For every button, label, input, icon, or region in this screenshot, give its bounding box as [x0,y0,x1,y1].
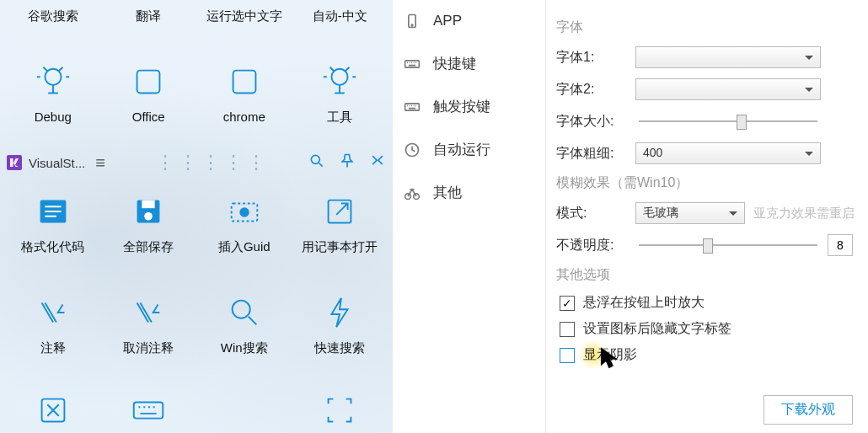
label: Office [132,110,165,124]
bike-icon [403,184,421,202]
svg-point-12 [232,301,249,318]
combo-mode[interactable]: 毛玻璃 [635,202,745,224]
svg-rect-1 [137,71,160,94]
external-icon [320,192,359,231]
launcher-item-comment[interactable]: 注释 [8,278,98,379]
label: APP [433,13,462,29]
label: 谷歌搜索 [28,8,78,24]
camera-icon [225,192,264,231]
launcher-item-tools[interactable]: 工具 [295,47,384,148]
launcher-item-debug[interactable]: Debug [8,47,98,148]
save-icon [129,192,168,231]
launcher-item-open-notepad[interactable]: 用记事本打开 [295,177,384,278]
pin-icon[interactable] [339,152,356,173]
sidebar-item-autorun[interactable]: 自动运行 [393,128,545,171]
launcher-item-auto-cn[interactable]: 自动-中文 [295,0,384,47]
label: 注释 [40,340,66,356]
launcher-item-win-search[interactable]: Win搜索 [200,278,289,379]
app-title: VisualSt... [29,156,85,170]
label: 自动运行 [433,140,490,159]
search-icon[interactable] [308,152,325,173]
launcher-row-1: Debug Office chrome 工具 [0,47,393,148]
label: 插入Guid [218,239,271,255]
launcher-item-google-search[interactable]: 谷歌搜索 [8,0,98,47]
section-blur-title: 模糊效果（需Win10） [556,174,868,192]
label: 翻译 [136,8,161,24]
opacity-value[interactable]: 8 [828,234,853,256]
launcher-row-2: 格式化代码 全部保存 插入Guid 用记事本打开 [0,177,393,278]
comment-icon [34,293,72,332]
launcher-item-sql[interactable]: 生成SQL脚本 [200,376,289,433]
check-hide-label[interactable]: 设置图标后隐藏文字标签 [560,320,868,338]
launcher-item-save-all[interactable]: 全部保存 [104,177,193,278]
uncomment-icon [129,293,168,332]
launcher-item-close-box[interactable] [8,376,98,433]
section-font-title: 字体 [556,19,868,36]
sidebar-item-app[interactable]: APP [393,0,545,42]
launcher-item-keyboard[interactable] [104,376,193,433]
sidebar-item-other[interactable]: 其他 [393,171,545,214]
label-font2: 字体2: [556,81,635,99]
sidebar-item-trigger[interactable]: 触发按键 [393,85,545,128]
menu-icon[interactable]: ≡ [95,153,105,173]
launcher-item-translate[interactable]: 翻译 [104,0,193,47]
checkbox-icon: ✓ [560,296,575,311]
launcher-row-3: 注释 取消注释 Win搜索 快速搜索 [0,278,393,379]
phone-icon [403,12,421,30]
square-icon [129,62,168,101]
label: 用记事本打开 [302,239,378,255]
launcher-item-office[interactable]: Office [104,47,193,148]
bulb-icon [34,62,72,101]
keyboard-icon [129,391,168,430]
label: 全部保存 [123,239,174,255]
label-font1: 字体1: [556,49,635,67]
svg-point-10 [239,207,249,217]
launcher-item-chrome[interactable]: chrome [200,47,289,148]
scan-icon [320,391,359,430]
settings-icon[interactable] [369,152,386,173]
combo-font1[interactable] [635,46,821,68]
label: 快速搜索 [314,340,365,356]
svg-point-8 [144,212,153,221]
launcher-item-format-code[interactable]: 格式化代码 [8,177,98,278]
combo-font2[interactable] [635,78,821,100]
square-icon [225,62,264,101]
slider-font-size[interactable] [635,110,821,132]
keyboard-icon [403,98,421,116]
slider-opacity[interactable] [635,234,821,256]
label-mode: 模式: [556,205,635,222]
launcher-row-4: 生成SQL脚本 [0,376,393,433]
launcher-item-run-selected[interactable]: 运行选中文字 [200,0,289,47]
label: 设置图标后隐藏文字标签 [583,320,731,338]
label: Win搜索 [221,340,268,356]
keyboard-icon [403,55,421,73]
close-box-icon [34,391,72,430]
search-icon [225,293,264,332]
sidebar-item-shortcut[interactable]: 快捷键 [393,42,545,85]
launcher-item-scan[interactable] [295,376,384,433]
check-hover-zoom[interactable]: ✓悬浮在按钮上时放大 [560,294,868,312]
svg-rect-7 [142,200,155,209]
launcher-row-0: 谷歌搜索 翻译 运行选中文字 自动-中文 [0,0,393,47]
launcher-panel: 谷歌搜索 翻译 运行选中文字 自动-中文 Debug Office chrome… [0,0,393,433]
launcher-item-quick-search[interactable]: 快速搜索 [295,278,384,379]
settings-sidebar: APP 快捷键 触发按键 自动运行 其他 [393,0,546,433]
checkbox-icon [560,322,575,337]
bulb-icon [320,62,359,101]
label: 其他 [433,183,462,202]
drag-handle-icon[interactable]: ⋮⋮⋮⋮⋮ [156,152,270,174]
label: Debug [35,110,72,124]
settings-form: 字体 字体1: 字体2: 字体大小: 字体粗细:400 模糊效果（需Win10）… [546,0,868,433]
checkbox-icon [560,348,575,363]
label: chrome [223,110,265,124]
section-other-title: 其他选项 [556,266,868,284]
taskbar: VisualSt... ≡ ⋮⋮⋮⋮⋮ [0,148,393,177]
launcher-item-uncomment[interactable]: 取消注释 [104,278,193,379]
svg-rect-14 [134,402,163,418]
bolt-icon [320,293,359,332]
launcher-item-insert-guid[interactable]: 插入Guid [200,177,289,278]
combo-font-weight[interactable]: 400 [635,142,821,164]
label: 运行选中文字 [206,8,282,24]
download-appearance-button[interactable]: 下载外观 [764,395,853,425]
svg-point-4 [311,155,319,163]
